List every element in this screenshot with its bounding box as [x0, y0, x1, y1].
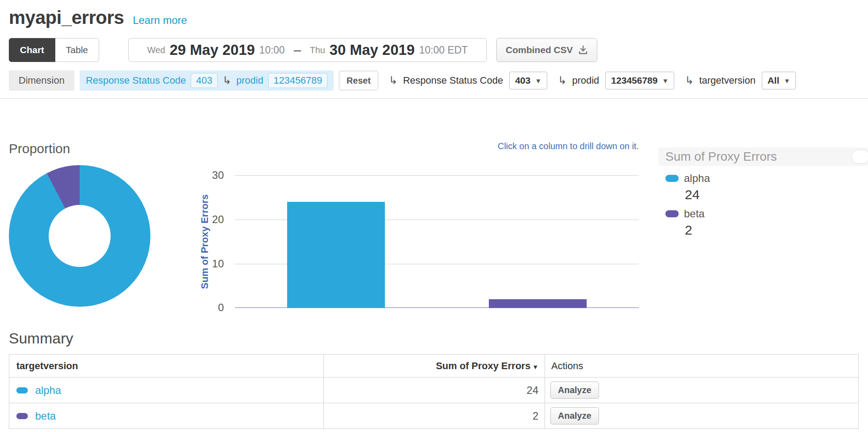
filter-dropdown-status-code[interactable]: 403 ▼	[509, 72, 547, 89]
chevron-down-icon: ▼	[535, 77, 542, 85]
column-header-targetversion: targetversion	[9, 355, 324, 378]
reset-button[interactable]: Reset	[339, 71, 378, 90]
gridline	[235, 175, 639, 176]
filter-dropdown-targetversion[interactable]: All ▼	[762, 72, 796, 89]
breadcrumb-label-1: Response Status Code	[86, 75, 186, 86]
legend-items: alpha 24 beta 2	[658, 166, 868, 238]
y-axis-title: Sum of Proxy Errors	[197, 175, 212, 308]
filter-dropdown-value: 403	[515, 75, 530, 86]
start-time: 10:00	[259, 44, 285, 56]
learn-more-link[interactable]: Learn more	[133, 14, 187, 27]
drilldown-arrow-icon: ↳	[389, 75, 398, 86]
bar[interactable]	[287, 202, 385, 308]
summary-table: targetversion Sum of Proxy Errors▼ Actio…	[9, 354, 859, 429]
legend-item-value: 24	[685, 187, 868, 202]
chevron-down-icon: ▼	[784, 77, 790, 85]
table-row: alpha 24 Analyze	[9, 378, 859, 403]
donut-hole	[49, 205, 111, 267]
end-time: 10:00 EDT	[419, 44, 468, 56]
row-value: 2	[324, 403, 545, 429]
tab-table[interactable]: Table	[55, 38, 99, 62]
row-value: 24	[324, 378, 545, 403]
chart-section: Proportion Click on a column to drill do…	[0, 99, 868, 325]
date-range-picker[interactable]: Wed 29 May 2019 10:00 – Thu 30 May 2019 …	[128, 38, 487, 62]
bar[interactable]	[489, 299, 587, 308]
column-header-actions: Actions	[545, 355, 859, 378]
column-header-metric-sort[interactable]: Sum of Proxy Errors▼	[324, 355, 545, 378]
filter-label: targetversion	[699, 75, 755, 86]
drilldown-hint: Click on a column to drill down on it.	[498, 141, 639, 151]
row-link-beta[interactable]: beta	[35, 410, 56, 422]
filter-group-prodid: ↳ prodid 123456789 ▼	[547, 72, 674, 89]
donut-chart[interactable]	[9, 165, 150, 307]
analyze-button[interactable]: Analyze	[550, 382, 599, 399]
bar-chart	[235, 175, 639, 308]
start-date: 29 May 2019	[169, 42, 255, 58]
proportion-title: Proportion	[9, 141, 70, 156]
legend-overflow-pill[interactable]	[851, 150, 868, 164]
sort-desc-icon: ▼	[532, 363, 538, 370]
breadcrumb-label-2: prodid	[236, 75, 263, 86]
filter-dropdown-value: All	[768, 75, 780, 86]
report-page: myapi_errors Learn more Chart Table Wed …	[0, 0, 868, 432]
filter-group-status-code: ↳ Response Status Code 403 ▼	[378, 72, 547, 89]
legend-item-value: 2	[685, 223, 868, 238]
legend-item-label: beta	[684, 208, 705, 220]
beta-swatch	[16, 413, 28, 419]
csv-button-label: Combined CSV	[506, 45, 573, 55]
summary-title: Summary	[9, 330, 868, 347]
legend-title: Sum of Proxy Errors	[665, 150, 777, 164]
view-toggle: Chart Table	[9, 38, 99, 62]
filter-label: prodid	[572, 75, 599, 86]
download-icon	[578, 45, 588, 55]
toolbar: Chart Table Wed 29 May 2019 10:00 – Thu …	[9, 38, 868, 62]
dimension-label: Dimension	[9, 70, 74, 91]
breadcrumb-chip-1[interactable]: 403	[191, 73, 218, 88]
alpha-swatch	[16, 387, 28, 393]
legend-item-beta[interactable]: beta	[665, 208, 868, 220]
table-header-row: targetversion Sum of Proxy Errors▼ Actio…	[9, 355, 859, 378]
row-link-alpha[interactable]: alpha	[35, 384, 61, 396]
legend-item-alpha[interactable]: alpha	[665, 172, 868, 185]
beta-swatch	[665, 210, 679, 217]
end-date: 30 May 2019	[330, 42, 415, 58]
filter-dropdown-prodid[interactable]: 123456789 ▼	[605, 72, 674, 89]
table-row: beta 2 Analyze	[9, 403, 859, 429]
drilldown-arrow-icon: ↳	[685, 75, 694, 86]
end-day: Thu	[310, 45, 325, 55]
filter-label: Response Status Code	[403, 75, 503, 86]
tab-chart[interactable]: Chart	[9, 38, 55, 62]
start-day: Wed	[147, 45, 165, 55]
legend-item-label: alpha	[684, 172, 710, 185]
legend-header: Sum of Proxy Errors	[658, 147, 868, 166]
page-title: myapi_errors	[9, 7, 124, 28]
filter-group-targetversion: ↳ targetversion All ▼	[674, 72, 796, 89]
chevron-down-icon: ▼	[662, 77, 668, 85]
drilldown-arrow-icon: ↳	[558, 75, 567, 86]
breadcrumb-chip-2[interactable]: 123456789	[268, 73, 327, 88]
alpha-swatch	[665, 175, 679, 182]
drilldown-arrow-icon: ↳	[223, 75, 231, 86]
filter-dropdown-value: 123456789	[611, 75, 657, 86]
chart-legend: Sum of Proxy Errors alpha 24 beta 2	[658, 147, 868, 243]
combined-csv-button[interactable]: Combined CSV	[496, 38, 597, 62]
header: myapi_errors Learn more	[0, 0, 868, 28]
filter-bar: Dimension Response Status Code 403 ↳ pro…	[9, 70, 868, 91]
column-header-metric-label: Sum of Proxy Errors	[436, 360, 530, 371]
analyze-button[interactable]: Analyze	[550, 407, 599, 424]
drilldown-breadcrumb: Response Status Code 403 ↳ prodid 123456…	[80, 70, 334, 91]
date-range-dash: –	[294, 42, 301, 58]
